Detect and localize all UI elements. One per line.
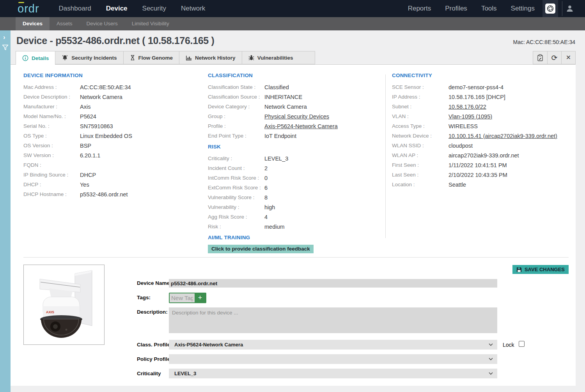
info-value: LEVEL_3 (264, 155, 288, 162)
info-label: Network Device : (392, 133, 448, 139)
info-value: Classified (264, 84, 289, 90)
subnav-item-devices[interactable]: Devices (16, 17, 50, 30)
ptz-camera-image: AXIS (29, 268, 99, 341)
bug-icon (248, 55, 254, 61)
info-value: cloudpost (448, 143, 473, 149)
info-label: Criticality : (208, 155, 264, 161)
info-label: VLAN : (392, 113, 448, 119)
info-label: IP Binding Source : (23, 172, 80, 178)
nav-item-dashboard[interactable]: Dashboard (59, 0, 91, 17)
ordr-logo[interactable]: ordr (18, 0, 39, 17)
subnav-item-limited-visibility[interactable]: Limited Visibility (125, 17, 176, 30)
info-label: Vulnerability : (208, 204, 264, 210)
info-label: Agg Risk Score : (208, 214, 264, 220)
info-value: AC:CC:8E:50:AE:34 (80, 84, 131, 90)
chevron-down-icon (489, 372, 493, 375)
info-row: Risk : medium (208, 222, 379, 231)
user-account-button[interactable] (566, 4, 574, 13)
info-value: 1/11/2022 10:41:51 PM (448, 162, 507, 168)
info-row: Profile : Axis-P5624-Network Camera (208, 121, 379, 131)
info-row: DHCP Hostname : p5532-486.ordr.net (23, 189, 197, 199)
tab-security-incidents[interactable]: Security Incidents (55, 51, 123, 64)
info-label: WLAN SSID : (392, 143, 448, 148)
criticality-select[interactable]: LEVEL_3 (169, 369, 497, 378)
info-value: BSP (80, 143, 91, 149)
info-row: Location : Seattle (392, 180, 571, 189)
info-row: Agg Risk Score : 4 (208, 212, 379, 222)
info-value: INHERITANCE (264, 94, 302, 100)
classification-section: CLASSIFICATION Classification State : Cl… (208, 72, 379, 244)
lock-checkbox[interactable] (519, 341, 525, 347)
filter-icon[interactable] (2, 44, 9, 51)
description-label: Description: (137, 309, 168, 315)
info-label: DHCP : (23, 182, 80, 187)
save-changes-button[interactable]: SAVE CHANGES (512, 265, 569, 274)
description-textarea[interactable] (169, 307, 497, 333)
info-row: SCE Sensor : demo7-sensor-pss4-4 (392, 82, 571, 92)
info-row: Vulnerability : high (208, 202, 379, 212)
subnav-item-device-users[interactable]: Device Users (80, 17, 125, 30)
info-label: OS Version : (23, 143, 80, 148)
tab-vulnerabilities[interactable]: Vulnerabilities (242, 51, 316, 64)
info-label: Risk : (208, 224, 264, 230)
add-tag-button[interactable]: + (195, 293, 206, 302)
classification-feedback-button[interactable]: Click to provide classification feedback (208, 245, 314, 253)
info-label: IntComm Risk Score : (208, 175, 264, 181)
info-label: DHCP Hostname : (23, 191, 80, 197)
info-value: p5532-486.ordr.net (80, 191, 128, 198)
info-value: Network Camera (80, 94, 122, 100)
nav-item-security[interactable]: Security (142, 0, 166, 17)
nav-item-profiles[interactable]: Profiles (445, 0, 467, 17)
nav-divider (562, 1, 562, 16)
info-row: VLAN : Vlan-1095 (1095) (392, 111, 571, 121)
nav-item-tools[interactable]: Tools (481, 0, 497, 17)
subnav-item-assets[interactable]: Assets (50, 17, 80, 30)
tab-network-history[interactable]: Network History (179, 51, 242, 64)
info-label: FQDN : (23, 162, 80, 168)
copy-report-button[interactable] (533, 51, 547, 64)
refresh-button[interactable]: ⟳ (547, 51, 561, 64)
aperture-icon (545, 4, 555, 14)
info-label: Group : (208, 113, 264, 119)
new-tag-input[interactable] (170, 293, 195, 302)
nav-item-device[interactable]: Device (106, 0, 128, 17)
info-row: Subnet : 10.58.176.0/22 (392, 102, 571, 111)
device-photo: AXIS (23, 265, 105, 345)
info-row: Group : Physical Security Devices (208, 111, 379, 121)
info-row: First Seen : 1/11/2022 10:41:51 PM (392, 160, 571, 170)
info-value: WIRELESS (448, 123, 478, 129)
policy-profile-select[interactable] (169, 354, 497, 364)
info-label: Manufacturer : (23, 104, 80, 109)
camera-aperture-button[interactable] (542, 0, 558, 17)
info-row: Classification Source : INHERITANCE (208, 92, 379, 102)
column-divider (385, 74, 386, 238)
tab-bar: Details Security Incidents Flow Genome (16, 51, 576, 64)
tab-details[interactable]: Details (16, 51, 55, 65)
expand-panel-icon[interactable]: › (3, 34, 5, 41)
device-name-input[interactable] (169, 279, 497, 288)
info-value: demo7-sensor-pss4-4 (448, 84, 503, 90)
left-utility-strip: › (0, 30, 11, 392)
nav-item-reports[interactable]: Reports (408, 0, 431, 17)
top-nav: ordr Dashboard Device Security Network R… (0, 0, 585, 17)
classification-rows: Classification State : Classified Classi… (208, 82, 379, 141)
clipboard-icon (537, 54, 543, 61)
info-value: Network Camera (264, 104, 307, 110)
nav-item-settings[interactable]: Settings (511, 0, 535, 17)
tab-action-group: ⟳ ✕ (533, 51, 576, 64)
class-profile-select[interactable]: Axis-P5624-Network Camera (169, 340, 497, 350)
close-icon: ✕ (566, 55, 571, 61)
close-button[interactable]: ✕ (561, 51, 575, 64)
classification-title: CLASSIFICATION (208, 72, 379, 80)
info-row: Last Seen : 2/10/2022 10:43:35 PM (392, 170, 571, 180)
info-label: Subnet : (392, 104, 448, 109)
info-label: Mac Address : (23, 84, 80, 90)
aiml-training-link[interactable]: AI/ML TRAINING (208, 235, 379, 242)
info-value: Yes (80, 182, 89, 188)
tab-flow-genome[interactable]: Flow Genome (124, 51, 180, 64)
page-title: Device - p5532-486.ordr.net ( 10.58.176.… (16, 35, 214, 46)
chevron-down-icon (489, 358, 493, 360)
nav-item-network[interactable]: Network (181, 0, 205, 17)
mac-address-header: Mac: AC:CC:8E:50:AE:34 (513, 39, 575, 45)
device-information-section: DEVICE INFORMATION Mac Address : AC:CC:8… (23, 72, 197, 199)
